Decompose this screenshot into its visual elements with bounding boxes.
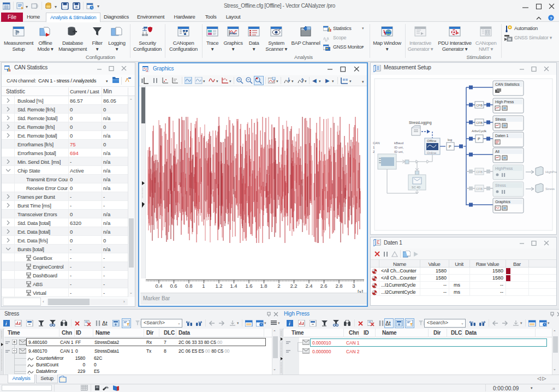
svg-text:log: log [448,138,452,141]
svg-text:Stress: Stress [495,183,506,187]
svg-text:ArbvCyclk: ArbvCyclk [472,129,487,133]
svg-text:HighPress: HighPress [545,170,557,174]
svg-text:CFB: CFB [476,187,483,191]
svg-text:CAN: CAN [373,141,380,145]
svg-text:ID uni,: ID uni, [394,150,404,153]
svg-text:kBaud: kBaud [394,141,403,145]
svg-text:Online: Online [427,151,437,155]
svg-text:StressLogging: StressLogging [409,121,432,125]
svg-text:SC 4D: SC 4D [412,186,420,189]
svg-text:High Press: High Press [495,100,514,104]
svg-text:HighPress: HighPress [495,167,513,171]
svg-text:?: ? [550,16,552,21]
svg-text:Stress: Stress [495,117,506,121]
svg-text:P: P [478,137,480,141]
svg-text:CFB: CFB [476,121,483,124]
svg-text:Daten 1: Daten 1 [495,134,509,138]
svg-text:Δt: Δt [102,320,108,326]
svg-text:Graphics: Graphics [495,200,511,204]
svg-text:CAN Statistics: CAN Statistics [495,82,520,86]
svg-text:Δt: Δt [385,320,391,326]
svg-text:All: All [495,150,499,153]
svg-text:P: P [449,145,451,149]
svg-text:Stress: Stress [545,187,555,191]
svg-text:ID uni,: ID uni, [394,146,404,149]
svg-text:CFB: CFB [476,104,483,107]
svg-text:Offline: Offline [427,139,437,142]
svg-text:CFB: CFB [476,170,483,174]
